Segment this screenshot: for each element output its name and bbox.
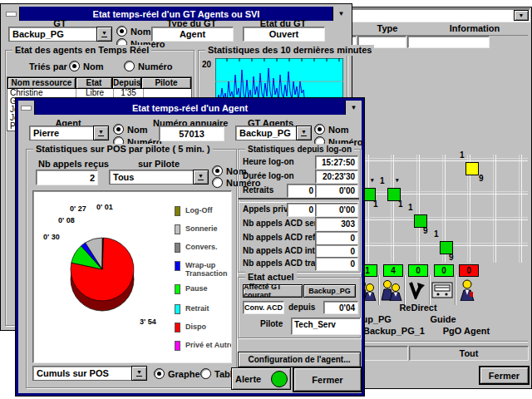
legend-swatch-icon <box>175 284 180 294</box>
legend-swatch-icon <box>175 304 180 314</box>
label-pgo-agent: PgO Agent <box>433 326 500 336</box>
gt-agents-select-value: Backup_PG <box>235 126 296 140</box>
marker-value-bottom: 1 <box>373 200 378 209</box>
pie-label-dispo: 3' 54 <box>140 318 156 326</box>
sur-pilote-label: sur Pilote <box>109 159 209 169</box>
combo-arrow-icon[interactable]: ▼ <box>193 170 209 185</box>
pilote-select-value: Tous <box>109 170 193 185</box>
depuis-label: depuis <box>288 303 315 312</box>
radio-agent-nom[interactable]: Nom <box>113 124 147 135</box>
legend-swatch-icon <box>175 323 180 332</box>
legend-swatch-icon <box>175 224 180 234</box>
marker-value-top: 1 <box>434 229 439 239</box>
etat-actuel-title: Etat actuel <box>245 272 297 283</box>
label-guide: Guide <box>410 314 476 324</box>
marker-arrow-icon: ▾ <box>371 177 374 184</box>
affecte-gt-button[interactable]: Affecté GT courant <box>243 284 303 298</box>
marker-value-bottom: 9 <box>423 226 428 235</box>
radio-tries-nom[interactable]: Nom <box>69 61 103 71</box>
stat-value-duree-logon: 20:23'30 <box>315 170 358 184</box>
combo-arrow-icon[interactable]: ▼ <box>296 126 312 140</box>
stat-value-retraits: 0'00 <box>315 184 358 198</box>
divider <box>404 275 406 305</box>
legend-swatch-icon <box>175 243 180 253</box>
pos-stats-group: Statistiques sur POS par pilote ( 5 min.… <box>26 149 237 388</box>
marker-value-bottom: 9 <box>479 174 484 183</box>
close-button-agent[interactable]: Fermer <box>293 367 362 392</box>
legend-item-prive: Privé et Autre <box>175 341 232 351</box>
object-guide[interactable] <box>430 276 455 304</box>
divider <box>455 275 456 305</box>
divider <box>353 341 528 342</box>
stat-label: Durée log-on <box>243 171 294 180</box>
radio-gt-nom[interactable]: Nom <box>116 26 150 37</box>
type-gt-value: Agent <box>151 27 234 42</box>
divider <box>378 275 380 305</box>
stat-value-transferes: 0 <box>315 257 358 271</box>
column-header-information: Information <box>433 23 516 33</box>
system-menu-icon[interactable] <box>18 101 35 115</box>
combo-arrow-icon[interactable]: ▼ <box>131 366 147 381</box>
object-backup-pg-1[interactable] <box>379 276 404 304</box>
marker-value-top: 1 <box>408 203 413 212</box>
grid-line <box>391 155 394 263</box>
minimize-icon[interactable]: ▼ <box>345 101 362 115</box>
alert-panel: Alerte <box>231 367 291 390</box>
nb-appels-value: 2 <box>36 170 98 185</box>
pilote-select[interactable]: Tous ▼ <box>109 170 209 185</box>
gt-window-title: Etat temps-réel d'un GT Agents ou SVI <box>93 9 260 19</box>
gt-agents-select[interactable]: Backup_PG ▼ <box>235 126 312 140</box>
combo-arrow-icon[interactable]: ▼ <box>96 27 112 42</box>
affecte-gt-value[interactable]: Backup_PG <box>303 284 356 298</box>
stat-value-refuses: 0 <box>315 231 358 245</box>
combo-arrow-icon[interactable]: ▼ <box>93 126 109 140</box>
stat-value-heure-logon: 15:27:50 <box>315 155 358 170</box>
grid-line <box>366 155 369 263</box>
minimize-icon[interactable]: ▼ <box>332 7 349 21</box>
agents-group-icon <box>381 279 402 301</box>
grid-line <box>353 158 528 161</box>
combo-arrow-icon[interactable]: ▼ <box>514 10 529 21</box>
divider <box>429 275 431 305</box>
pilote-label: Pilote <box>260 319 283 328</box>
etat-actuel-group: Etat actuel Affecté GT courant Backup_PG… <box>238 277 361 338</box>
legend-item-sonnerie: Sonnerie <box>175 224 218 234</box>
agent-select[interactable]: Pierre ▼ <box>29 126 109 140</box>
legend-item-dispo: Dispo <box>175 323 206 332</box>
tries-par-label: Triés par <box>29 62 67 71</box>
radio-tries-numero[interactable]: Numéro <box>124 61 173 71</box>
label-backup-pg-1: Backup_PG_1 <box>361 326 427 336</box>
stat-label: Retraits <box>243 185 273 195</box>
table-row[interactable]: Christine Libre 1'35 <box>7 89 191 97</box>
counter-backup-pg-1: 4 <box>383 264 403 277</box>
redirect-arrow-icon <box>407 281 426 299</box>
voice-guide-icon <box>431 282 453 298</box>
grid-line <box>493 155 496 263</box>
depuis-value: 0'04 <box>323 301 358 314</box>
etat-gt-value: Ouvert <box>243 27 325 42</box>
marker-value-bottom: 9 <box>449 253 454 262</box>
label-redirect: ReDirect <box>385 303 451 313</box>
pilote-value: Tech_Serv <box>291 318 361 335</box>
config-agent-button[interactable]: Configuration de l'agent... <box>238 352 361 367</box>
stat-value-servis: 303 <box>315 217 358 231</box>
radio-gtagents-nom[interactable]: Nom <box>314 124 348 135</box>
grid-line <box>416 155 420 263</box>
agent-window-titlebar[interactable]: Etat temps-réel d'un Agent ▼ <box>18 101 362 115</box>
close-button-supervision[interactable]: Fermer <box>479 366 530 385</box>
cumuls-select[interactable]: Cumuls sur POS ▼ <box>32 366 147 381</box>
queue-marker[interactable] <box>466 162 479 175</box>
marker-value-bottom: 1 <box>398 200 403 209</box>
radio-graphe[interactable]: Graphe <box>154 368 200 379</box>
cumuls-select-value: Cumuls sur POS <box>32 366 131 381</box>
object-redirect[interactable] <box>404 276 429 304</box>
alert-indicator-icon <box>271 371 288 387</box>
nb-appels-label: Nb appels reçus <box>38 159 109 169</box>
object-pgo-agent[interactable] <box>455 276 480 304</box>
pie-chart-area: 0' 27 0' 01 0' 08 0' 30 3' 54 Log-Off So… <box>32 190 232 363</box>
grid-line <box>519 155 522 263</box>
legend-item-retrait: Retrait <box>175 304 209 314</box>
status-cell-tout[interactable]: Tout <box>409 346 529 361</box>
gt-select[interactable]: Backup_PG ▼ <box>8 27 112 42</box>
column-header-type: Type <box>354 23 421 33</box>
